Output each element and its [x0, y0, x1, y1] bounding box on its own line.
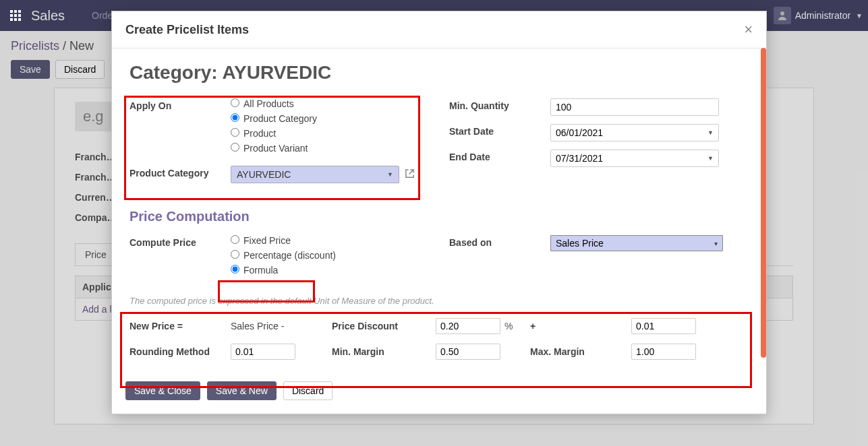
svg-rect-4	[14, 14, 17, 17]
label-new-price: New Price =	[129, 321, 231, 331]
radio-fixed-price[interactable]: Fixed Price	[231, 235, 429, 246]
radio-percentage[interactable]: Percentage (discount)	[231, 250, 429, 261]
extra-price-input[interactable]	[631, 318, 696, 334]
modal-discard-button[interactable]: Discard	[283, 381, 332, 400]
chevron-down-icon: ▾	[714, 240, 718, 247]
svg-rect-1	[14, 10, 17, 13]
radio-product[interactable]: Product	[231, 128, 429, 139]
chevron-down-icon: ▼	[707, 129, 714, 136]
save-new-button[interactable]: Save & New	[207, 381, 277, 400]
label-max-margin: Max. Margin	[530, 346, 631, 357]
min-margin-input[interactable]	[436, 344, 500, 360]
label-price-discount: Price Discount	[332, 321, 436, 331]
start-date-input[interactable]: 06/01/2021 ▼	[550, 124, 719, 141]
product-category-value: AYURVEDIC	[237, 169, 291, 180]
close-icon[interactable]: ×	[744, 21, 753, 38]
svg-rect-3	[10, 14, 13, 17]
apply-on-radio-group: All Products Product Category Product Pr…	[231, 98, 429, 158]
svg-rect-7	[14, 18, 17, 21]
chevron-down-icon: ▼	[707, 155, 714, 162]
sales-price-minus: Sales Price -	[231, 321, 332, 331]
radio-formula[interactable]: Formula	[231, 265, 429, 276]
radio-product-variant[interactable]: Product Variant	[231, 143, 429, 154]
label-rounding-method: Rounding Method	[129, 346, 231, 357]
label-compute-price: Compute Price	[129, 235, 231, 248]
end-date-input[interactable]: 07/31/2021 ▼	[550, 150, 719, 167]
max-margin-input[interactable]	[631, 344, 696, 360]
avatar-icon	[774, 7, 791, 24]
percent-symbol: %	[500, 321, 530, 331]
user-name: Administrator	[795, 10, 850, 21]
product-category-select[interactable]: AYURVEDIC ▼	[231, 166, 399, 183]
section-price-computation: Price Computation	[129, 209, 749, 224]
hint-text: The computed price is expressed in the d…	[129, 296, 749, 306]
apps-icon[interactable]	[5, 5, 26, 26]
svg-rect-2	[18, 10, 21, 13]
min-quantity-input[interactable]	[550, 98, 719, 116]
plus-label: +	[530, 321, 631, 331]
chevron-down-icon: ▼	[856, 12, 863, 20]
svg-rect-0	[10, 10, 13, 13]
label-product-category: Product Category	[129, 166, 231, 179]
scrollbar[interactable]	[761, 48, 766, 358]
label-min-quantity: Min. Quantity	[449, 98, 550, 111]
chevron-down-icon: ▼	[387, 171, 393, 178]
svg-rect-6	[10, 18, 13, 21]
svg-point-10	[780, 11, 784, 15]
svg-rect-8	[18, 18, 21, 21]
label-min-margin: Min. Margin	[332, 346, 436, 357]
create-pricelist-modal: Create Pricelist Items × Category: AYURV…	[111, 11, 767, 414]
label-apply-on: Apply On	[129, 98, 231, 111]
price-discount-input[interactable]	[436, 318, 500, 334]
modal-title: Create Pricelist Items	[125, 23, 249, 37]
label-start-date: Start Date	[449, 124, 550, 137]
radio-all-products[interactable]: All Products	[231, 98, 429, 109]
label-end-date: End Date	[449, 150, 550, 162]
user-menu[interactable]: Administrator ▼	[774, 7, 863, 24]
radio-product-category[interactable]: Product Category	[231, 113, 429, 124]
compute-price-radio-group: Fixed Price Percentage (discount) Formul…	[231, 235, 429, 280]
save-close-button[interactable]: Save & Close	[125, 381, 200, 400]
rounding-method-input[interactable]	[231, 344, 295, 360]
external-link-icon[interactable]	[405, 168, 415, 181]
label-based-on: Based on	[449, 235, 550, 248]
record-heading: Category: AYURVEDIC	[129, 62, 749, 84]
svg-rect-5	[18, 14, 21, 17]
based-on-select[interactable]: Sales Price ▾	[550, 235, 723, 251]
app-brand[interactable]: Sales	[31, 8, 65, 24]
